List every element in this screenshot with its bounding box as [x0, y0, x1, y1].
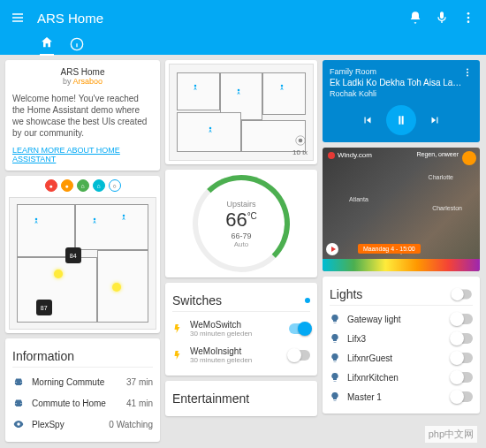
badge-icon[interactable]: ○	[109, 179, 121, 192]
section-title: Information	[12, 345, 153, 368]
svg-point-15	[467, 75, 468, 77]
badge-icon[interactable]: ●	[45, 179, 57, 192]
flash-icon	[172, 350, 183, 361]
pause-button[interactable]	[386, 105, 416, 135]
badge-row: ● ● ⌂ ⌂ ○	[9, 179, 156, 192]
forecast-badge: Maandag 4 - 15:00	[358, 244, 421, 254]
thermostat-card[interactable]: Upstairs 66°C 66-79 Auto	[165, 170, 317, 277]
light-toggle[interactable]	[452, 314, 473, 324]
learn-more-link[interactable]: LEARN MORE ABOUT HOME ASSISTANT	[12, 146, 153, 163]
thermostat-widget[interactable]: 87	[36, 300, 52, 315]
switch-toggle[interactable]	[289, 323, 310, 334]
skip-next-icon[interactable]	[429, 114, 441, 126]
switch-toggle[interactable]	[289, 350, 310, 361]
author-link[interactable]: Arsaboo	[72, 77, 103, 86]
overflow-icon[interactable]	[462, 67, 473, 78]
information-card: Information Morning Commute37 min Commut…	[5, 338, 160, 442]
app-header: ARS Home	[0, 0, 486, 55]
light-toggle[interactable]	[452, 391, 473, 402]
light-row: Master 1	[330, 387, 473, 406]
eye-icon	[12, 418, 25, 430]
car-icon	[12, 376, 25, 388]
switch-row: WeMoSwitch30 minuten geleden	[172, 315, 310, 342]
menu-icon[interactable]	[11, 11, 25, 25]
map-gradient	[323, 259, 480, 271]
thermostat-temp: 66°C	[225, 209, 257, 232]
badge-icon[interactable]: ⌂	[93, 179, 105, 192]
weather-map-card[interactable]: Windy.com Regen, onweer Charlotte Atlant…	[323, 148, 480, 271]
car-icon	[12, 397, 25, 409]
svg-point-6	[123, 215, 125, 217]
welcome-text: Welcome home! You've reached the Home As…	[12, 93, 153, 139]
light-toggle[interactable]	[452, 372, 473, 383]
windy-brand: Windy.com	[328, 151, 372, 159]
floorplan-main[interactable]: 84 87	[9, 197, 156, 330]
info-row[interactable]: Commute to Home41 min	[12, 392, 153, 414]
svg-point-5	[94, 218, 96, 221]
bulb-icon	[330, 314, 340, 324]
map-legend: Regen, onweer	[417, 151, 459, 157]
bulb-icon	[330, 372, 340, 383]
light-row: LifxnrGuest	[330, 348, 473, 368]
floorplan-main-card[interactable]: ● ● ⌂ ⌂ ○ 84 87	[5, 176, 160, 333]
bulb-icon	[330, 333, 340, 344]
light-toggle[interactable]	[452, 333, 473, 344]
section-title: Switches	[172, 290, 310, 312]
intro-card: ARS Home by Arsaboo Welcome home! You've…	[5, 60, 160, 171]
map-play-icon[interactable]	[326, 243, 338, 255]
thermostat-range: 66-79	[231, 232, 251, 240]
app-title: ARS Home	[37, 11, 408, 26]
svg-point-10	[209, 127, 211, 130]
svg-point-1	[467, 17, 470, 19]
svg-point-9	[280, 84, 283, 87]
svg-point-2	[467, 20, 470, 23]
thermostat-widget[interactable]: 84	[65, 247, 81, 263]
light-toggle[interactable]	[452, 353, 473, 363]
media-track: Ek Ladki Ko Dekha Toh Aisa Laga - ...	[330, 78, 462, 87]
badge-icon[interactable]: ●	[61, 179, 73, 192]
svg-point-13	[467, 69, 468, 71]
section-title: Entertainment	[172, 388, 310, 409]
info-row[interactable]: PlexSpy0 Watching	[12, 414, 153, 435]
mic-icon[interactable]	[435, 11, 449, 25]
svg-point-7	[194, 84, 197, 87]
flash-icon	[172, 323, 183, 334]
light-row: Lifx3	[330, 329, 473, 348]
entertainment-card: Entertainment	[165, 381, 317, 416]
intro-title: ARS Home	[12, 67, 153, 77]
svg-point-4	[35, 218, 38, 221]
switch-row: WeMoInsight30 minuten geleden	[172, 342, 310, 368]
light-row: LifxnrKitchen	[330, 368, 473, 387]
skip-prev-icon[interactable]	[361, 114, 374, 126]
locate-icon[interactable]	[462, 151, 476, 165]
section-title: Lights	[330, 284, 473, 306]
lux-label: 10 lx	[292, 134, 308, 156]
svg-point-0	[467, 12, 470, 15]
info-row[interactable]: Morning Commute37 min	[12, 371, 153, 392]
media-room: Family Room	[330, 67, 462, 76]
badge-icon[interactable]: ⌂	[77, 179, 89, 192]
lights-card: Lights Gateway light Lifx3 LifxnrGuest L…	[323, 277, 480, 414]
svg-point-12	[298, 139, 302, 143]
switches-card: Switches WeMoSwitch30 minuten geleden We…	[165, 283, 317, 376]
media-player-card: Family Room Ek Ladki Ko Dekha Toh Aisa L…	[323, 60, 480, 142]
svg-point-14	[467, 72, 468, 73]
overflow-icon[interactable]	[461, 11, 475, 25]
svg-point-8	[238, 89, 240, 92]
light-row: Gateway light	[330, 309, 473, 329]
tab-home[interactable]	[40, 35, 54, 56]
tab-info[interactable]	[70, 37, 84, 53]
watermark: php中文网	[425, 426, 477, 443]
thermostat-location: Upstairs	[226, 200, 255, 209]
lights-master-toggle[interactable]	[452, 290, 472, 300]
thermostat-mode: Auto	[234, 240, 248, 248]
bell-icon[interactable]	[408, 11, 422, 25]
bulb-icon	[330, 391, 340, 402]
floorplan-upstairs[interactable]: 10 lx	[169, 64, 314, 161]
floorplan-upstairs-card[interactable]: 10 lx	[165, 60, 317, 164]
media-artist: Rochak Kohli	[330, 89, 462, 98]
dashboard: ARS Home by Arsaboo Welcome home! You've…	[0, 55, 486, 447]
bulb-icon	[330, 353, 340, 363]
